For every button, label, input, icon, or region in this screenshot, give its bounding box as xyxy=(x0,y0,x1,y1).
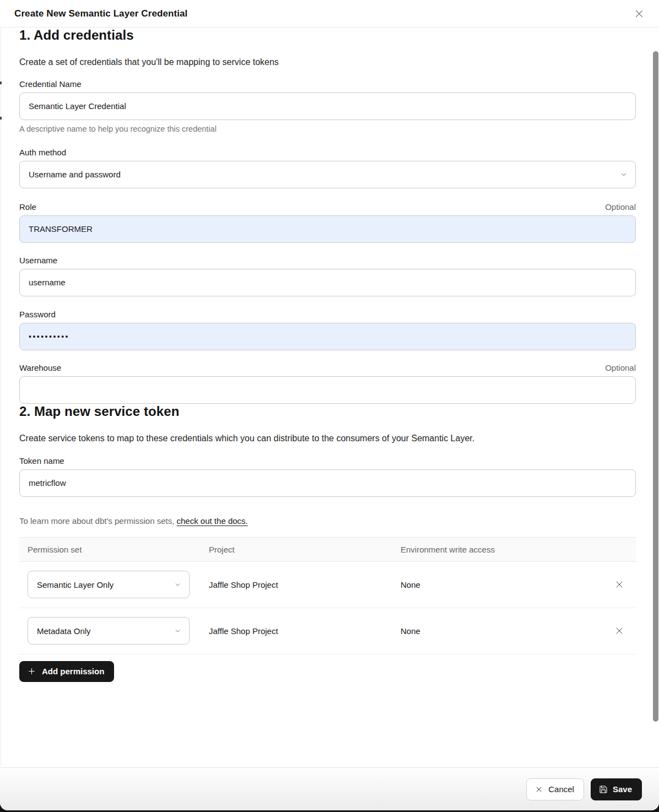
credential-name-helper: A descriptive name to help you recognize… xyxy=(19,124,636,133)
map-service-token-description: Create service tokens to map to these cr… xyxy=(19,433,636,443)
password-field-group: Password xyxy=(19,310,636,350)
warehouse-optional-badge: Optional xyxy=(605,363,636,372)
modal-footer: Cancel Save xyxy=(0,767,659,810)
auth-method-label: Auth method xyxy=(19,148,66,157)
cancel-x-icon xyxy=(534,785,543,794)
environment-write-access-cell: None xyxy=(401,626,612,636)
vertical-scrollbar[interactable] xyxy=(653,51,658,722)
chevron-down-icon xyxy=(174,627,181,635)
add-permission-label: Add permission xyxy=(42,667,104,676)
permissions-table-header: Permission set Project Environment write… xyxy=(19,537,636,562)
permission-set-select[interactable]: Semantic Layer Only xyxy=(28,571,190,598)
auth-method-field-group: Auth method Username and password xyxy=(19,148,636,188)
permission-set-selected-value: Metadata Only xyxy=(37,626,91,636)
chevron-down-icon xyxy=(174,581,181,588)
password-label: Password xyxy=(19,310,56,319)
warehouse-input[interactable] xyxy=(19,376,636,404)
permission-docs-note: To learn more about dbt's permission set… xyxy=(19,516,636,526)
column-header-project: Project xyxy=(209,545,401,554)
save-label: Save xyxy=(613,784,632,794)
modal-header: Create New Semantic Layer Credential xyxy=(0,0,659,28)
credential-name-field-group: Credential Name A descriptive name to he… xyxy=(19,79,636,133)
table-row: Semantic Layer Only Jaffle Shop Project … xyxy=(19,562,636,608)
remove-permission-button[interactable] xyxy=(612,623,627,638)
create-credential-modal: Create New Semantic Layer Credential 1. … xyxy=(0,0,659,810)
role-input[interactable] xyxy=(19,215,636,243)
warehouse-label: Warehouse xyxy=(19,363,61,372)
column-header-permission-set: Permission set xyxy=(28,545,209,554)
token-name-label: Token name xyxy=(19,456,64,465)
auth-method-select[interactable]: Username and password xyxy=(19,161,636,188)
permission-set-select[interactable]: Metadata Only xyxy=(28,617,190,645)
project-cell: Jaffle Shop Project xyxy=(209,626,401,636)
credential-name-label: Credential Name xyxy=(19,79,82,89)
docs-link[interactable]: check out the docs. xyxy=(177,516,248,526)
project-cell: Jaffle Shop Project xyxy=(209,580,401,589)
background-page-sliver xyxy=(0,117,2,120)
cancel-button[interactable]: Cancel xyxy=(526,778,584,800)
close-icon xyxy=(633,8,645,20)
permission-docs-text: To learn more about dbt's permission set… xyxy=(19,516,177,526)
add-credentials-heading: 1. Add credentials xyxy=(19,28,636,44)
username-label: Username xyxy=(19,256,57,265)
background-page-sliver xyxy=(0,82,2,84)
role-field-group: Role Optional xyxy=(19,202,636,243)
cancel-label: Cancel xyxy=(548,784,574,794)
warehouse-field-group: Warehouse Optional xyxy=(19,363,636,404)
plus-icon xyxy=(27,667,36,676)
chevron-down-icon xyxy=(620,171,628,178)
save-button[interactable]: Save xyxy=(591,778,642,800)
add-credentials-description: Create a set of credentials that you'll … xyxy=(19,57,636,67)
background-page-sliver xyxy=(1,28,1,766)
token-name-input[interactable] xyxy=(19,469,636,497)
remove-permission-button[interactable] xyxy=(612,577,627,592)
table-row: Metadata Only Jaffle Shop Project None xyxy=(19,608,636,654)
username-input[interactable] xyxy=(19,269,636,296)
username-field-group: Username xyxy=(19,256,636,296)
role-label: Role xyxy=(19,202,36,212)
environment-write-access-cell: None xyxy=(401,580,612,589)
save-floppy-icon xyxy=(599,785,608,794)
remove-icon xyxy=(614,625,625,636)
add-permission-button[interactable]: Add permission xyxy=(19,661,114,682)
column-header-environment-write-access: Environment write access xyxy=(401,545,612,554)
credential-name-input[interactable] xyxy=(19,93,636,120)
map-service-token-heading: 2. Map new service token xyxy=(19,404,636,420)
modal-title: Create New Semantic Layer Credential xyxy=(14,8,187,19)
auth-method-selected-value: Username and password xyxy=(29,170,121,179)
permissions-table: Permission set Project Environment write… xyxy=(19,537,636,654)
permission-set-selected-value: Semantic Layer Only xyxy=(37,580,114,589)
token-name-field-group: Token name xyxy=(19,456,636,497)
modal-body: 1. Add credentials Create a set of crede… xyxy=(0,28,659,682)
role-optional-badge: Optional xyxy=(605,202,636,212)
password-input[interactable] xyxy=(19,323,636,350)
close-button[interactable] xyxy=(633,7,646,20)
remove-icon xyxy=(614,579,625,590)
